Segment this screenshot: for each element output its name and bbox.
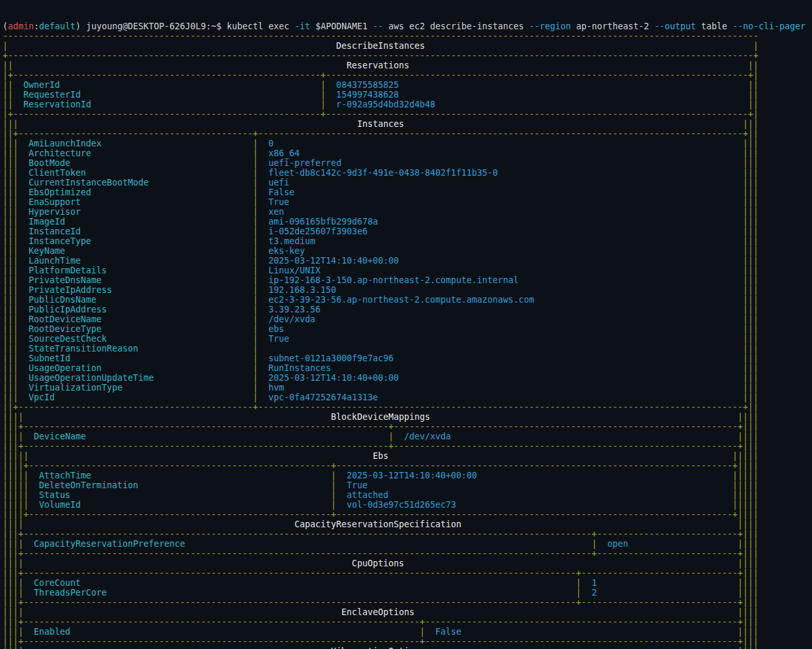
terminal-text-segment: DeviceName xyxy=(23,432,388,441)
terminal-text-segment: StateTransitionReason xyxy=(18,344,253,353)
terminal-text-segment: /dev/xvda xyxy=(393,432,737,441)
terminal-text-segment: ||| xyxy=(3,285,18,295)
table-row: ||| RootDeviceName | /dev/xvda ||| xyxy=(3,314,812,324)
section-title: |||| CpuOptions |||| xyxy=(3,559,812,568)
terminal-text-segment: |+--------------------------------------… xyxy=(3,109,759,119)
terminal-text-segment: ||| xyxy=(3,344,18,353)
terminal-text-segment: ||| xyxy=(743,197,759,207)
terminal-text-segment: ||| xyxy=(3,295,18,305)
section-title: |||| HibernationOptions |||| xyxy=(3,646,812,649)
table-border: |||+------------------------------------… xyxy=(3,637,812,646)
terminal-text-segment: |||| xyxy=(3,412,23,422)
table-row: ||| VirtualizationType | hvm ||| xyxy=(3,383,812,393)
terminal-text-segment: OwnerId xyxy=(13,80,320,90)
terminal-text-segment: ||| xyxy=(3,178,18,187)
terminal-text-segment: ||| xyxy=(3,139,18,148)
terminal-text-segment: |||| xyxy=(3,646,23,649)
table-border: ----------------------------------------… xyxy=(3,31,812,41)
terminal-text-segment: ||| xyxy=(3,158,18,168)
table-row: ||| Hypervisor | xen ||| xyxy=(3,207,812,217)
table-row: ||| UsageOperation | RunInstances ||| xyxy=(3,363,812,373)
terminal-text-segment: 2025-03-12T14:10:40+00:00 xyxy=(336,471,732,480)
terminal-text-segment: |||| xyxy=(3,627,23,637)
terminal-text-segment: |||| xyxy=(3,578,23,588)
terminal-text-segment: ||| xyxy=(743,266,759,275)
terminal-text-segment: xen xyxy=(258,207,743,217)
table-row: || ReservationId | r-092a95d4bd32d4b48 |… xyxy=(3,100,812,109)
terminal-text-segment: ThreadsPerCore xyxy=(23,588,576,598)
terminal-text-segment: EnaSupport xyxy=(18,197,253,207)
terminal[interactable]: (admin:default) juyoung@DESKTOP-626J0L9:… xyxy=(0,0,812,649)
terminal-text-segment: KeyName xyxy=(18,246,253,256)
terminal-text-segment: aws ec2 describe-instances xyxy=(383,21,529,31)
table-border: |||+------------------------------------… xyxy=(3,617,812,627)
terminal-text-segment: attached xyxy=(336,490,732,500)
table-row: ||| UsageOperationUpdateTime | 2025-03-1… xyxy=(3,373,812,383)
table-border: |||+------------------------------------… xyxy=(3,568,812,578)
terminal-text-segment: LaunchTime xyxy=(18,256,253,266)
terminal-text-segment: || xyxy=(3,61,13,70)
terminal-text-segment: CapacityReservationPreference xyxy=(23,539,592,549)
terminal-text-segment: |||| xyxy=(738,627,759,637)
terminal-text-segment: ||| xyxy=(743,256,759,266)
terminal-text-segment: False xyxy=(425,627,737,637)
table-row: ||| EnaSupport | True ||| xyxy=(3,197,812,207)
terminal-text-segment: EbsOptimized xyxy=(18,187,253,197)
terminal-text-segment: ||||| xyxy=(3,490,29,500)
terminal-text-segment: subnet-0121a3000f9e7ac96 xyxy=(258,353,743,363)
terminal-text-segment: Ebs xyxy=(29,451,733,461)
terminal-text-segment: ||| xyxy=(743,139,759,148)
terminal-text-segment: || xyxy=(3,90,13,100)
terminal-text-segment: |||| xyxy=(738,578,759,588)
terminal-text-segment: 2 xyxy=(581,588,738,598)
terminal-text-segment: ||| xyxy=(3,393,18,402)
terminal-text-segment xyxy=(258,344,743,353)
table-row: ||| SourceDestCheck | True ||| xyxy=(3,334,812,344)
terminal-text-segment: ec2-3-39-23-56.ap-northeast-2.compute.am… xyxy=(258,295,743,305)
table-row: ||| EbsOptimized | False ||| xyxy=(3,187,812,197)
terminal-text-segment: |||+------------------------------------… xyxy=(3,598,759,607)
terminal-text-segment: |||| xyxy=(3,519,23,529)
terminal-text-segment: fleet-db8c142c-9d3f-491e-0438-8402f1f11b… xyxy=(258,168,743,178)
terminal-text-segment: :~$ xyxy=(206,21,227,31)
terminal-text-segment: /dev/xvda xyxy=(258,314,743,324)
section-title: ||| Instances ||| xyxy=(3,119,812,129)
terminal-text-segment: ||| xyxy=(743,363,759,373)
terminal-text-segment: |+--------------------------------------… xyxy=(3,70,759,80)
terminal-text-segment: |||+------------------------------------… xyxy=(3,441,759,451)
terminal-text-segment: VpcId xyxy=(18,393,253,402)
table-border: ||+-------------------------------------… xyxy=(3,129,812,139)
terminal-text-segment: HibernationOptions xyxy=(23,646,738,649)
terminal-text-segment: ||| xyxy=(3,119,18,129)
table-border: |||+------------------------------------… xyxy=(3,441,812,451)
table-row: ||| VpcId | vpc-0fa47252674a1313e ||| xyxy=(3,393,812,402)
terminal-text-segment: ||| xyxy=(743,187,759,197)
terminal-text-segment: |||| xyxy=(3,607,23,617)
terminal-text-segment: |||| xyxy=(3,432,23,441)
terminal-text-segment: 1 xyxy=(581,578,738,588)
terminal-text-segment: ||||+-----------------------------------… xyxy=(3,461,759,471)
terminal-text-segment: ||| xyxy=(3,217,18,227)
terminal-text-segment: r-092a95d4bd32d4b48 xyxy=(326,100,748,109)
terminal-text-segment: CurrentInstanceBootMode xyxy=(18,178,253,187)
terminal-text-segment: ||| xyxy=(743,168,759,178)
terminal-text-segment: CpuOptions xyxy=(23,559,738,568)
terminal-text-segment: ||+-------------------------------------… xyxy=(3,402,759,412)
terminal-text-segment: 192.168.3.150 xyxy=(258,285,743,295)
terminal-text-segment: hvm xyxy=(258,383,743,393)
terminal-text-segment: ||||| xyxy=(733,480,759,490)
terminal-text-segment: ( xyxy=(3,21,8,31)
terminal-text-segment: -it xyxy=(294,21,310,31)
terminal-output: (admin:default) juyoung@DESKTOP-626J0L9:… xyxy=(3,21,812,649)
terminal-text-segment: $APODNAME1 xyxy=(310,21,372,31)
terminal-text-segment: RunInstances xyxy=(258,363,743,373)
terminal-text-segment: | xyxy=(753,41,759,51)
terminal-text-segment: ) xyxy=(76,21,86,31)
terminal-text-segment: |||| xyxy=(738,646,759,649)
terminal-text-segment: ||||| xyxy=(733,451,759,461)
terminal-text-segment: juyoung@DESKTOP-626J0L9 xyxy=(86,21,206,31)
terminal-text-segment: True xyxy=(258,197,743,207)
table-row: |||| ThreadsPerCore | 2 |||| xyxy=(3,588,812,598)
section-title: |||| CapacityReservationSpecification ||… xyxy=(3,519,812,529)
table-title: | DescribeInstances | xyxy=(3,41,812,51)
